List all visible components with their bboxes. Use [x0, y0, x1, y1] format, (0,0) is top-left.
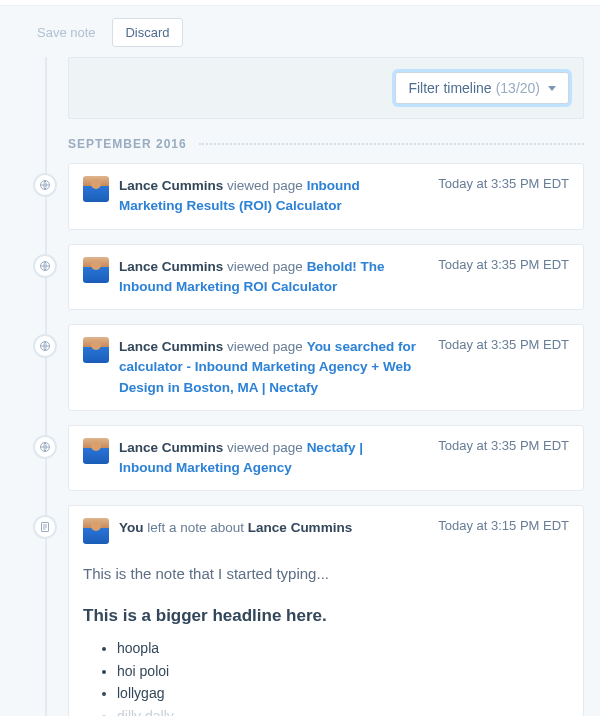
timeline-card[interactable]: Lance Cummins viewed page You searched f…	[68, 324, 584, 411]
entry-text: Lance Cummins viewed page You searched f…	[119, 337, 418, 398]
avatar	[83, 438, 109, 464]
timeline-card[interactable]: Lance Cummins viewed page Inbound Market…	[68, 163, 584, 230]
avatar	[83, 257, 109, 283]
list-item: hoopla	[117, 637, 569, 659]
note-card[interactable]: You left a note about Lance Cummins Toda…	[68, 505, 584, 716]
filter-timeline-button[interactable]: Filter timeline (13/20)	[395, 72, 569, 104]
globe-icon	[33, 173, 57, 197]
note-body: This is the note that I started typing..…	[83, 562, 569, 716]
entry-action: viewed page	[227, 440, 303, 455]
globe-icon	[33, 334, 57, 358]
timeline: Filter timeline (13/20) SEPTEMBER 2016 L…	[0, 57, 600, 716]
note-line: This is the note that I started typing..…	[83, 562, 569, 586]
divider-dots	[199, 143, 584, 145]
entry-actor: Lance Cummins	[119, 440, 223, 455]
note-icon	[33, 515, 57, 539]
save-note-button: Save note	[24, 18, 109, 47]
entry-text: You left a note about Lance Cummins	[119, 518, 418, 538]
entry-timestamp: Today at 3:35 PM EDT	[428, 438, 569, 453]
entry-action: viewed page	[227, 339, 303, 354]
chevron-down-icon	[548, 86, 556, 91]
globe-icon	[33, 435, 57, 459]
timeline-entry: Lance Cummins viewed page Nectafy | Inbo…	[24, 425, 584, 492]
entry-timestamp: Today at 3:35 PM EDT	[428, 176, 569, 191]
entry-timestamp: Today at 3:35 PM EDT	[428, 257, 569, 272]
timeline-entry: Lance Cummins viewed page Inbound Market…	[24, 163, 584, 230]
note-headline: This is a bigger headline here.	[83, 602, 569, 629]
note-action: left a note about	[147, 520, 244, 535]
avatar	[83, 176, 109, 202]
filter-count: (13/20)	[496, 80, 540, 96]
month-text: SEPTEMBER 2016	[68, 137, 187, 151]
entry-action: viewed page	[227, 178, 303, 193]
month-section-label: SEPTEMBER 2016	[68, 137, 584, 151]
entry-actor: Lance Cummins	[119, 339, 223, 354]
note-list: hoopla hoi poloi lollygag dilly dally	[103, 637, 569, 716]
entry-text: Lance Cummins viewed page Inbound Market…	[119, 176, 418, 217]
entry-action: viewed page	[227, 259, 303, 274]
entry-actor: Lance Cummins	[119, 259, 223, 274]
list-item: dilly dally	[117, 705, 569, 716]
avatar	[83, 337, 109, 363]
globe-icon	[33, 254, 57, 278]
note-actor: You	[119, 520, 144, 535]
filter-bar: Filter timeline (13/20)	[68, 57, 584, 119]
timeline-entry: Lance Cummins viewed page Behold! The In…	[24, 244, 584, 311]
timeline-card[interactable]: Lance Cummins viewed page Nectafy | Inbo…	[68, 425, 584, 492]
list-item: hoi poloi	[117, 660, 569, 682]
timeline-note-entry: You left a note about Lance Cummins Toda…	[24, 505, 584, 716]
entry-actor: Lance Cummins	[119, 178, 223, 193]
timeline-card[interactable]: Lance Cummins viewed page Behold! The In…	[68, 244, 584, 311]
entry-timestamp: Today at 3:35 PM EDT	[428, 337, 569, 352]
avatar	[83, 518, 109, 544]
entry-text: Lance Cummins viewed page Behold! The In…	[119, 257, 418, 298]
note-actions: Save note Discard	[0, 6, 600, 57]
filter-label: Filter timeline	[408, 80, 491, 96]
list-item: lollygag	[117, 682, 569, 704]
discard-button[interactable]: Discard	[112, 18, 182, 47]
note-timestamp: Today at 3:15 PM EDT	[428, 518, 569, 533]
timeline-entry: Lance Cummins viewed page You searched f…	[24, 324, 584, 411]
note-subject: Lance Cummins	[248, 520, 352, 535]
entry-text: Lance Cummins viewed page Nectafy | Inbo…	[119, 438, 418, 479]
